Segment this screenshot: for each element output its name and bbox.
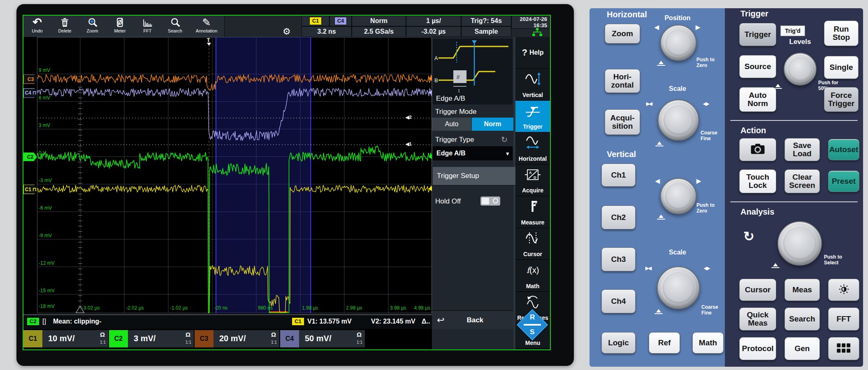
- channel-c3-segment[interactable]: C320 mV/Ω1:1: [195, 330, 279, 347]
- sidebar-item-menu[interactable]: RSMenu: [515, 324, 550, 349]
- h-position-cell[interactable]: -3.02 µs: [406, 26, 461, 37]
- x-axis-label: -1.02 µs: [170, 305, 188, 311]
- channel-marker-c2[interactable]: C2: [23, 153, 37, 161]
- x-axis-label: -3.02 µs: [82, 305, 100, 311]
- sidebar-item-cursor[interactable]: Cursor: [515, 228, 550, 260]
- trigger-setup-button[interactable]: Trigger Setup: [433, 167, 517, 185]
- panel-ch2-button[interactable]: Ch2: [601, 206, 636, 229]
- svg-text:t: t: [458, 88, 460, 93]
- acquisition-mode-cell[interactable]: Sample: [461, 26, 511, 37]
- trigger-level-marker[interactable]: ◀2: [406, 115, 412, 120]
- trigger-type-reset-icon[interactable]: ↻: [501, 135, 508, 144]
- horizontal-scale-knob[interactable]: [658, 99, 699, 141]
- toolbar-fft-button[interactable]: FFT: [134, 16, 162, 37]
- channel-marker-c4[interactable]: C4 ⊓: [23, 88, 38, 98]
- sidebar-item-help[interactable]: ?Help: [515, 37, 550, 69]
- panel-intensity-button[interactable]: [828, 279, 859, 301]
- scope-main-area: 9 mV6 mV3 mV0 V-3 mV-6 mV-9 mV-12 mV-15 …: [23, 37, 550, 349]
- toolbar-annotation-button[interactable]: ✎Annotation: [189, 16, 225, 37]
- panel-fft-button[interactable]: FFT: [828, 308, 859, 331]
- date-text: 2024-07-26: [520, 16, 548, 22]
- panel-touch-lock-button[interactable]: Touch Lock: [739, 169, 776, 193]
- panel-trigger-button[interactable]: Trigger: [739, 23, 776, 46]
- back-button[interactable]: ↩ Back: [432, 310, 513, 329]
- trigger-level-marker[interactable]: ◀1: [406, 141, 412, 147]
- trigger-type-dropdown[interactable]: Edge A/B ▾: [433, 146, 513, 160]
- panel-quick-meas-button[interactable]: Quick Meas: [739, 308, 776, 331]
- panel-horizontal-button[interactable]: Hori-zontal: [605, 69, 640, 93]
- sidebar-item-vertical[interactable]: Vertical: [515, 69, 550, 101]
- trigger-levels-knob[interactable]: [784, 53, 817, 86]
- panel-force-trigger-button[interactable]: Force Trigger: [824, 87, 859, 112]
- trigger-mode-cell[interactable]: Norm: [352, 16, 406, 26]
- toolbar-search-button[interactable]: Search: [161, 16, 189, 37]
- sidebar-item-acquire[interactable]: ADAcquire: [515, 164, 550, 196]
- panel-save-load-button[interactable]: Save Load: [784, 138, 820, 161]
- panel-auto-norm-button[interactable]: Auto Norm: [739, 87, 776, 112]
- panel-ref-button[interactable]: Ref: [649, 332, 680, 354]
- panel-apps-button[interactable]: [828, 337, 859, 360]
- panel-single-button[interactable]: Single: [824, 56, 859, 79]
- toolbar-undo-button[interactable]: ↶Undo: [23, 16, 51, 37]
- timebase-cell[interactable]: 1 µs/: [406, 16, 461, 26]
- action-header: Action: [740, 126, 766, 135]
- trigger-source-a-cell[interactable]: C1: [302, 16, 330, 26]
- horizontal-position-knob[interactable]: [660, 25, 696, 61]
- panel-ch1-button[interactable]: Ch1: [601, 164, 636, 187]
- panel-meas-button[interactable]: Meas: [784, 279, 820, 301]
- push-to-zero-icon: [657, 61, 665, 66]
- measurement-bar[interactable]: C2 [] Mean: clipping- C1 V1: 13.575 mV V…: [23, 314, 432, 329]
- navigation-knob[interactable]: [777, 221, 822, 266]
- toolbar-zoom-button[interactable]: Zoom: [79, 16, 107, 37]
- toolbar-delete-button[interactable]: Delete: [51, 16, 79, 37]
- settings-gear-icon[interactable]: ⚙: [283, 26, 291, 37]
- panel-math-button[interactable]: Math: [692, 332, 724, 354]
- panel-preset-button[interactable]: Preset: [828, 171, 859, 192]
- panel-zoom-button[interactable]: Zoom: [605, 24, 640, 44]
- trigger-source-b-cell[interactable]: C4: [330, 16, 352, 26]
- sidebar-item-horizontal[interactable]: Horizontal: [515, 132, 550, 164]
- panel-ch4-button[interactable]: Ch4: [601, 289, 636, 313]
- vertical-scale-knob[interactable]: [657, 266, 700, 309]
- x-axis-label: 2.98 µs: [346, 305, 362, 311]
- sidebar-item-math[interactable]: f(x)Math: [515, 260, 550, 292]
- sidebar-label: Trigger: [515, 123, 550, 130]
- sidebar-label: Menu: [515, 340, 550, 346]
- push-to-zero-icon: [654, 309, 663, 314]
- panel-cursor-button[interactable]: Cursor: [739, 279, 776, 301]
- toolbar-label: Search: [161, 29, 189, 33]
- y-axis-label: -9 mV: [39, 233, 52, 238]
- trigger-mode-norm-button[interactable]: Norm: [472, 118, 513, 131]
- channel-c4-segment[interactable]: C450 mV/Ω1:1: [280, 330, 365, 347]
- channel-marker-c3[interactable]: C3: [23, 74, 38, 84]
- trigger-time-marker[interactable]: T: [207, 37, 210, 43]
- panel-clear-screen-button[interactable]: Clear Screen: [784, 169, 820, 193]
- holdoff-toggle[interactable]: [480, 197, 500, 206]
- panel-screenshot-button[interactable]: [739, 138, 776, 161]
- panel-search-button[interactable]: Search: [784, 308, 820, 331]
- h-scale-coarse-fine-label: Coarse Fine: [701, 130, 721, 142]
- panel-acquisition-button[interactable]: Acqui-sition: [605, 109, 640, 135]
- waveform-display[interactable]: 9 mV6 mV3 mV0 V-3 mV-6 mV-9 mV-12 mV-15 …: [23, 37, 432, 314]
- panel-gen-button[interactable]: Gen: [784, 337, 820, 360]
- vertical-position-knob[interactable]: [660, 178, 696, 214]
- zoom-icon: [79, 16, 106, 29]
- toolbar-meter-button[interactable]: Meter: [106, 16, 134, 37]
- sidebar-item-trigger[interactable]: Trigger: [515, 101, 550, 132]
- channel-c2-segment[interactable]: C23 mV/Ω1:1: [109, 330, 194, 347]
- sidebar-item-measure[interactable]: Measure: [515, 196, 550, 228]
- vertical-icon: [515, 71, 550, 87]
- panel-source-button[interactable]: Source: [739, 55, 776, 78]
- channel-c1-segment[interactable]: C110 mV/Ω1:1: [23, 330, 108, 347]
- panel-autoset-button[interactable]: Autoset: [828, 139, 859, 160]
- fft-icon: [134, 16, 161, 29]
- panel-logic-button[interactable]: Logic: [601, 332, 636, 354]
- panel-protocol-button[interactable]: Protocol: [739, 337, 776, 360]
- edge-ab-diagram: A B // t Edge: [433, 39, 513, 104]
- push-to-select-icon: [771, 263, 780, 268]
- panel-ch3-button[interactable]: Ch3: [601, 247, 636, 271]
- panel-run-stop-button[interactable]: Run Stop: [824, 21, 859, 46]
- c1-chip: C1: [309, 17, 322, 25]
- channel-marker-c1[interactable]: C1 ⊓: [23, 185, 38, 194]
- trigger-mode-auto-button[interactable]: Auto: [432, 118, 471, 131]
